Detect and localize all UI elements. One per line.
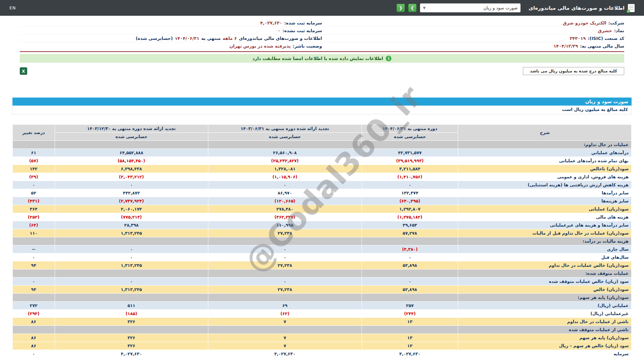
row-value: ۶۱ bbox=[13, 149, 55, 157]
row-value: ۰ bbox=[13, 278, 55, 286]
table-row: بهای تمام شده درآمدهای عملیاتی(۳۹,۵۱۹,۹۹… bbox=[13, 157, 632, 165]
row-value bbox=[13, 294, 55, 302]
income-table-body: عملیات در حال تداوم:درآمدهاي عملياتي۴۲,۷… bbox=[13, 141, 632, 358]
header-change-percent: درصد تغییر bbox=[13, 125, 55, 141]
table-row: هزینه های مالی(۱,۲۷۵,۱۸۲)(۳۶۲,۲۳۷)(۷۷۵,۲… bbox=[13, 213, 632, 221]
row-value: ۳۲۶ bbox=[55, 342, 208, 350]
row-value: ۰ bbox=[208, 181, 362, 189]
row-value: ۲۷,۲۳۸ bbox=[208, 229, 362, 237]
table-row: سود(زیان) خالص عملیات در حال تداوم۵۲,۸۹۸… bbox=[13, 261, 632, 269]
fiscal-year-value: ۱۴۰۴/۱۲/۲۹ bbox=[553, 44, 578, 49]
row-value: (۶۴۰,۳۹۵) bbox=[362, 197, 458, 205]
report-doc-icon[interactable]: + bbox=[628, 4, 635, 12]
row-value: ۱۳۲,۳۷۴ bbox=[362, 189, 458, 197]
issuer-status-pair: وضعیت ناشر: پذیرفته شده در بورس تهران bbox=[20, 44, 322, 49]
language-switch-en[interactable]: EN bbox=[9, 5, 16, 10]
row-label: سود(زیان) عملیاتی bbox=[458, 205, 632, 213]
row-value: ۰ bbox=[362, 181, 458, 189]
table-row: سود(زیان) ناخالص۳,۲۱۱,۵۸۴۱,۳۲۸,۰۸۱۶,۳۹۸,… bbox=[13, 165, 632, 173]
row-value: ۲۶,۵۶۰,۹۰۸ bbox=[208, 149, 362, 157]
row-value bbox=[208, 269, 362, 278]
symbol-value: خشرق bbox=[598, 28, 612, 33]
row-value: ۰ bbox=[362, 278, 458, 286]
table-row: سود(زیان) پایه هر سهم۱۳۷۳۲۶۸۶ bbox=[13, 334, 632, 342]
row-value: ۲,۰۶۰,۱۷۴ bbox=[55, 205, 208, 213]
section-row: عملیات متوقف شده: bbox=[13, 269, 632, 278]
unregistered-capital-value: ۰ bbox=[278, 28, 280, 33]
chevron-down-icon: ▼ bbox=[423, 6, 426, 10]
income-statement-section: صورت سود و زیان کلیه مبالغ به میلیون ریا… bbox=[12, 98, 632, 358]
row-label: عملیاتي (ریال) bbox=[458, 302, 632, 310]
section-row: سود(زیان) پایه هر سهم: bbox=[13, 294, 632, 302]
row-value: (۱,۴۱۰,۷۵۶) bbox=[362, 173, 458, 181]
row-value bbox=[208, 141, 362, 149]
row-label: عملیات متوقف شده: bbox=[458, 269, 632, 278]
row-value bbox=[13, 269, 55, 278]
isic-pair: کد صنعت (ISIC): ۳۴۳۰۱۹ bbox=[322, 36, 624, 41]
next-period-button[interactable]: ❯ bbox=[408, 4, 417, 12]
registered-capital-value: ۴,۰۲۷,۶۳۰ bbox=[260, 20, 282, 25]
row-value: (۶۲) bbox=[208, 310, 362, 318]
table-row: سایر درآمدها و هزینه های غیرعملیاتی۳۹,۶۵… bbox=[13, 221, 632, 229]
signature-match-banner: i اطلاعات نمایش داده شده با اطلاعات امضا… bbox=[20, 54, 624, 63]
table-row: غیرعملیاتي (ریال)(۲۴۴)(۶۲)(۱۸۵)(۲۹۴) bbox=[13, 310, 632, 318]
unregistered-capital-pair: سرمایه ثبت نشده: ۰ bbox=[20, 28, 322, 33]
row-value bbox=[362, 294, 458, 302]
page-title: اطلاعات و صورت‌های مالی میاندوره‌ای bbox=[529, 5, 625, 11]
row-value bbox=[55, 269, 208, 278]
row-value: ۹۴ bbox=[13, 286, 55, 294]
registered-capital-label: سرمایه ثبت شده: bbox=[284, 20, 322, 25]
row-value: ۱,۳۱۳,۲۴۵ bbox=[55, 286, 208, 294]
statement-type-select[interactable]: صورت سود و زیان ▼ bbox=[420, 3, 521, 12]
table-row: درآمدهاي عملياتي۴۲,۷۳۱,۵۷۷۲۶,۵۶۰,۹۰۸۶۴,۵… bbox=[13, 149, 632, 157]
row-value: ۴۴۲,۸۷۲ bbox=[55, 189, 208, 197]
row-value bbox=[13, 326, 55, 334]
row-label: سرمایه bbox=[458, 350, 632, 358]
info-row: کد صنعت (ISIC): ۳۴۳۰۱۹ اطلاعات و صورت‌ها… bbox=[20, 35, 624, 42]
row-label: درآمدهاي عملياتي bbox=[458, 149, 632, 157]
row-value bbox=[208, 294, 362, 302]
row-value bbox=[208, 237, 362, 245]
statement-type-value: صورت سود و زیان bbox=[428, 5, 518, 10]
header-period-current: دوره منتهی به ۱۴۰۴/۰۶/۳۱ bbox=[362, 125, 458, 133]
row-value: (۱,۲۷۵,۱۸۲) bbox=[362, 213, 458, 221]
company-label: شرکت: bbox=[608, 20, 624, 25]
excel-export-icon[interactable]: X bbox=[20, 67, 27, 75]
row-value: (۲۵,۲۳۲,۸۲۷) bbox=[208, 157, 362, 165]
row-value: ۰ bbox=[55, 245, 208, 253]
row-value bbox=[13, 237, 55, 245]
row-label: سود (زیان) خالص عملیات متوقف شده bbox=[458, 278, 632, 286]
row-value: (۲۵۲) bbox=[13, 213, 55, 221]
isic-label: کد صنعت (ISIC): bbox=[588, 36, 624, 41]
row-label: هزینه مالیات بر درآمد: bbox=[458, 237, 632, 245]
table-row: سود(زیان) عملیات در حال تداوم قبل از مال… bbox=[13, 229, 632, 237]
row-label: سود(زیان) خالص bbox=[458, 286, 632, 294]
row-value: (۳۹) bbox=[13, 173, 55, 181]
row-value: ۳۶۴ bbox=[13, 205, 55, 213]
row-label: سود(زیان) پایه هر سهم: bbox=[458, 294, 632, 302]
row-value bbox=[208, 326, 362, 334]
row-value bbox=[55, 141, 208, 149]
row-label: هزینه های مالی bbox=[458, 213, 632, 221]
amounts-unit-note: کلیه مبالغ درج شده به میلیون ریال می باش… bbox=[523, 67, 624, 75]
period-length-value: ۶ ماهه bbox=[223, 36, 237, 41]
row-value bbox=[55, 237, 208, 245]
row-value: ۴۲,۷۳۱,۵۷۷ bbox=[362, 149, 458, 157]
row-value: ۸۶ bbox=[13, 318, 55, 326]
prev-period-button[interactable]: ❮ bbox=[396, 4, 405, 12]
row-value: (۴۳۱) bbox=[13, 197, 55, 205]
row-label: عملیات در حال تداوم: bbox=[458, 141, 632, 149]
row-value: ۷ bbox=[208, 318, 362, 326]
row-value: ۵۲,۸۹۸ bbox=[362, 261, 458, 269]
info-row: نماد: خشرق سرمایه ثبت نشده: ۰ bbox=[20, 27, 624, 35]
row-label: غیرعملیاتي (ریال) bbox=[458, 310, 632, 318]
row-value: ۱,۳۱۳,۲۴۵ bbox=[55, 229, 208, 237]
row-value: ۰ bbox=[208, 245, 362, 253]
row-label: سال‌های قبل bbox=[458, 253, 632, 261]
row-label: سود(زیان) ناخالص bbox=[458, 165, 632, 173]
row-label: سال جاری bbox=[458, 245, 632, 253]
table-row: سایر درآمدها۱۳۲,۳۷۴۸۶,۹۷۰۴۴۲,۸۷۲۵۲ bbox=[13, 189, 632, 197]
info-icon: i bbox=[386, 56, 391, 61]
symbol-label: نماد: bbox=[614, 28, 624, 33]
table-row: سایر هزینه‌ها(۶۴۰,۳۹۵)(۱۲۰,۶۶۵)(۲,۷۳۷,۹۲… bbox=[13, 197, 632, 205]
